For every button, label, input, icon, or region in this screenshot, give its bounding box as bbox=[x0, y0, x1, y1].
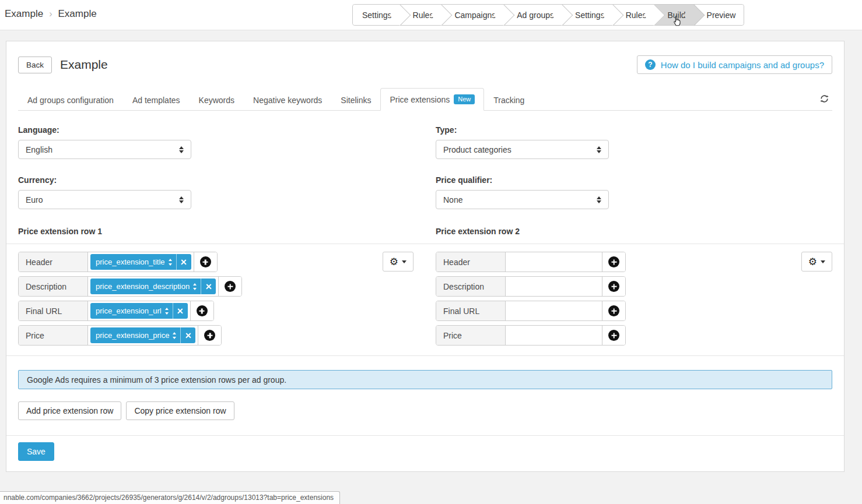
row-2-options-button[interactable]: ⚙ bbox=[801, 252, 832, 272]
breadcrumb-item-generator[interactable]: Example bbox=[58, 8, 96, 20]
breadcrumb: Example › Example bbox=[5, 8, 97, 20]
page-title: Example bbox=[60, 58, 108, 72]
price-extension-column-1: Header price_extension_title Description bbox=[18, 252, 436, 350]
price-qualifier-select[interactable]: None bbox=[436, 190, 609, 209]
help-button-label: How do I build campaigns and ad groups? bbox=[661, 60, 824, 70]
price-extension-row-1-title: Price extension row 1 bbox=[18, 227, 436, 236]
gear-icon: ⚙ bbox=[808, 257, 817, 267]
refresh-icon[interactable] bbox=[820, 94, 832, 110]
help-button[interactable]: ? How do I build campaigns and ad groups… bbox=[637, 55, 832, 74]
add-value-button[interactable] bbox=[602, 326, 625, 345]
plus-icon bbox=[225, 281, 236, 292]
add-value-button[interactable] bbox=[218, 277, 241, 296]
row-actions: Add price extension row Copy price exten… bbox=[18, 401, 832, 420]
remove-tag-icon[interactable] bbox=[173, 303, 188, 319]
price-extension-column-2: Header Description Final URL Price bbox=[436, 252, 832, 350]
field-row-price: Price bbox=[436, 325, 626, 346]
remove-tag-icon[interactable] bbox=[180, 327, 195, 343]
remove-tag-icon[interactable] bbox=[201, 279, 216, 294]
back-button[interactable]: Back bbox=[18, 57, 52, 73]
language-select[interactable]: English bbox=[18, 140, 191, 159]
add-value-button[interactable] bbox=[602, 301, 625, 320]
panel-header: Back Example ? How do I build campaigns … bbox=[18, 52, 832, 77]
sort-icon[interactable] bbox=[173, 332, 176, 339]
tab-price-extensions[interactable]: Price extensions New bbox=[380, 88, 484, 111]
currency-label: Currency: bbox=[18, 175, 436, 185]
field-row-description: Description bbox=[436, 276, 626, 297]
select-caret-icon bbox=[597, 146, 601, 153]
plus-icon bbox=[608, 281, 619, 292]
field-row-final-url: Final URL price_extension_url bbox=[18, 301, 214, 321]
price-extension-row-2-title: Price extension row 2 bbox=[436, 227, 832, 236]
sort-icon[interactable] bbox=[165, 308, 169, 315]
tab-negative-keywords[interactable]: Negative keywords bbox=[244, 89, 331, 111]
add-price-extension-row-button[interactable]: Add price extension row bbox=[18, 401, 121, 420]
chevron-down-icon bbox=[821, 260, 825, 263]
info-alert: Google Ads requires a minimum of 3 price… bbox=[18, 370, 832, 389]
settings-form: Language: English Currency: Euro Type: P… bbox=[18, 111, 832, 225]
sort-icon[interactable] bbox=[169, 259, 172, 266]
add-value-button[interactable] bbox=[194, 252, 217, 272]
plus-icon bbox=[608, 305, 619, 316]
add-value-button[interactable] bbox=[190, 301, 213, 320]
type-label: Type: bbox=[436, 125, 832, 135]
save-button[interactable]: Save bbox=[18, 442, 54, 461]
plus-icon bbox=[608, 330, 619, 341]
price-extension-area: Header price_extension_title Description bbox=[6, 244, 844, 356]
field-tag[interactable]: price_extension_price bbox=[90, 327, 195, 343]
tab-ad-groups-configuration[interactable]: Ad groups configuration bbox=[18, 89, 123, 111]
field-row-description: Description price_extension_description bbox=[18, 276, 242, 297]
select-caret-icon bbox=[179, 146, 184, 153]
field-row-final-url: Final URL bbox=[436, 301, 626, 321]
tab-sitelinks[interactable]: Sitelinks bbox=[331, 89, 380, 111]
value-cell[interactable] bbox=[506, 301, 602, 320]
row-1-options-button[interactable]: ⚙ bbox=[383, 252, 414, 272]
top-bar: Example › Example Settings Rules Campaig… bbox=[0, 0, 862, 30]
main-panel: Back Example ? How do I build campaigns … bbox=[6, 41, 845, 472]
value-cell[interactable]: price_extension_title bbox=[88, 252, 194, 272]
question-mark-icon: ? bbox=[645, 59, 656, 70]
value-cell[interactable]: price_extension_description bbox=[88, 277, 218, 296]
tab-keywords[interactable]: Keywords bbox=[190, 89, 244, 111]
plus-icon bbox=[197, 305, 208, 316]
value-cell[interactable] bbox=[506, 277, 602, 296]
new-badge: New bbox=[454, 94, 475, 104]
field-row-header: Header price_extension_title bbox=[18, 252, 218, 272]
breadcrumb-item-project[interactable]: Example bbox=[5, 8, 43, 20]
select-caret-icon bbox=[179, 196, 184, 203]
value-cell[interactable] bbox=[506, 326, 602, 345]
value-cell[interactable]: price_extension_price bbox=[88, 326, 198, 345]
language-label: Language: bbox=[18, 125, 436, 135]
field-tag[interactable]: price_extension_description bbox=[90, 279, 216, 294]
remove-tag-icon[interactable] bbox=[176, 254, 191, 270]
field-row-header: Header bbox=[436, 252, 626, 272]
price-qualifier-label: Price qualifier: bbox=[436, 175, 832, 185]
copy-price-extension-row-button[interactable]: Copy price extension row bbox=[126, 401, 234, 420]
select-caret-icon bbox=[597, 196, 601, 203]
field-row-price: Price price_extension_price bbox=[18, 325, 222, 346]
plus-icon bbox=[608, 256, 619, 267]
value-cell[interactable] bbox=[506, 252, 602, 272]
price-extension-section-titles: Price extension row 1 Price extension ro… bbox=[6, 227, 844, 244]
add-value-button[interactable] bbox=[602, 252, 625, 272]
add-value-button[interactable] bbox=[198, 326, 221, 345]
gear-icon: ⚙ bbox=[390, 257, 398, 267]
plus-icon bbox=[204, 330, 215, 341]
status-url-tooltip: nnable.com/companies/3662/projects/26935… bbox=[0, 491, 340, 504]
add-value-button[interactable] bbox=[602, 277, 625, 296]
sort-icon[interactable] bbox=[193, 283, 197, 290]
field-tag[interactable]: price_extension_url bbox=[90, 303, 188, 319]
value-cell[interactable]: price_extension_url bbox=[88, 301, 190, 320]
currency-select[interactable]: Euro bbox=[18, 190, 191, 209]
tab-ad-templates[interactable]: Ad templates bbox=[123, 89, 190, 111]
breadcrumb-separator-icon: › bbox=[49, 9, 52, 19]
wizard-nav: Settings Rules Campaigns Ad groups Setti… bbox=[352, 4, 744, 26]
chevron-down-icon bbox=[402, 260, 407, 263]
tab-bar: Ad groups configuration Ad templates Key… bbox=[18, 88, 832, 111]
panel-footer: Save bbox=[6, 435, 844, 461]
plus-icon bbox=[200, 256, 211, 267]
field-tag[interactable]: price_extension_title bbox=[90, 254, 191, 270]
type-select[interactable]: Product categories bbox=[436, 140, 609, 159]
wizard-step-settings-1[interactable]: Settings bbox=[353, 5, 400, 25]
tab-tracking[interactable]: Tracking bbox=[484, 89, 534, 111]
